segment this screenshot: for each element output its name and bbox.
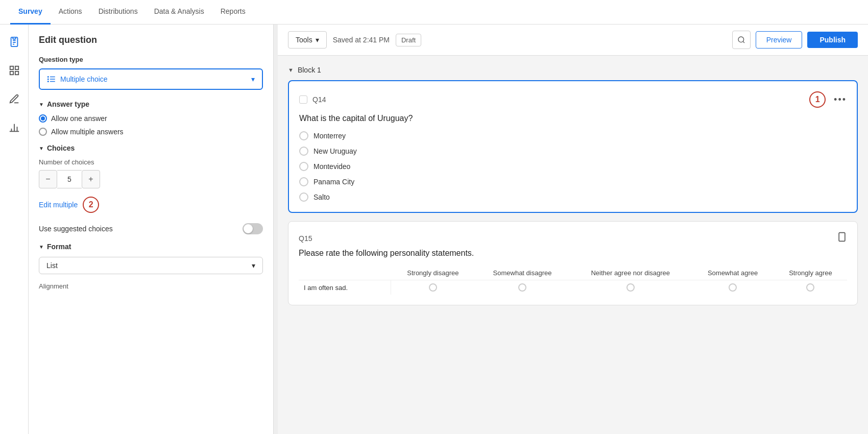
- matrix-cell[interactable]: [391, 280, 475, 295]
- suggested-choices-row: Use suggested choices: [39, 223, 263, 234]
- choice-label: Monterrey: [314, 132, 346, 140]
- format-header[interactable]: ▼ Format: [39, 243, 263, 251]
- tools-chevron: ▾: [316, 36, 319, 44]
- edit-panel-title: Edit question: [39, 35, 263, 45]
- edit-multiple-link[interactable]: Edit multiple: [39, 201, 78, 209]
- decrement-button[interactable]: −: [39, 170, 57, 188]
- sidebar-chart-icon[interactable]: [5, 118, 23, 137]
- svg-rect-4: [10, 66, 13, 69]
- block-collapse-arrow[interactable]: ▼: [288, 67, 294, 73]
- choices-header[interactable]: ▼ Choices: [39, 144, 263, 152]
- matrix-radio[interactable]: [518, 283, 526, 292]
- matrix-radio[interactable]: [626, 283, 635, 292]
- choice-radio[interactable]: [299, 177, 308, 186]
- answer-type-header[interactable]: ▼ Answer type: [39, 100, 263, 108]
- matrix-header-4: Strongly agree: [774, 266, 847, 280]
- matrix-radio[interactable]: [806, 283, 814, 292]
- answer-type-label: Answer type: [47, 100, 89, 108]
- matrix-cell[interactable]: [774, 280, 847, 295]
- choice-item: Salto: [299, 192, 847, 202]
- matrix-row-label: I am often sad.: [299, 280, 391, 295]
- choice-label: Panama City: [314, 178, 354, 186]
- suggested-choices-label: Use suggested choices: [39, 225, 113, 233]
- tools-label: Tools: [296, 36, 312, 44]
- publish-button[interactable]: Publish: [807, 32, 858, 48]
- choice-radio[interactable]: [299, 192, 308, 202]
- matrix-cell[interactable]: [475, 280, 570, 295]
- choice-radio[interactable]: [299, 131, 308, 140]
- matrix-radio[interactable]: [729, 283, 737, 292]
- question-type-label: Question type: [39, 56, 263, 63]
- mobile-icon: [837, 232, 847, 245]
- sidebar-layout-icon[interactable]: [5, 61, 23, 80]
- toolbar-right: Preview Publish: [732, 31, 858, 49]
- radio-multiple-answers-label: Allow multiple answers: [51, 128, 124, 136]
- nav-distributions[interactable]: Distributions: [90, 0, 146, 25]
- svg-rect-20: [839, 233, 845, 242]
- answer-type-options: Allow one answer Allow multiple answers: [39, 114, 263, 136]
- content-area: Tools ▾ Saved at 2:41 PM Draft Preview P…: [278, 25, 868, 434]
- increment-button[interactable]: +: [82, 170, 100, 188]
- alignment-label: Alignment: [39, 282, 263, 290]
- svg-point-18: [738, 37, 744, 42]
- q15-text: Please rate the following personality st…: [299, 249, 847, 258]
- matrix-header-2: Neither agree nor disagree: [569, 266, 691, 280]
- sidebar-clipboard-icon[interactable]: [5, 33, 23, 51]
- matrix-row: I am often sad.: [299, 280, 847, 295]
- radio-one-answer[interactable]: Allow one answer: [39, 114, 263, 123]
- question-type-chevron: ▾: [251, 75, 255, 83]
- search-button[interactable]: [732, 31, 751, 49]
- svg-rect-5: [15, 66, 18, 69]
- radio-one-answer-label: Allow one answer: [51, 114, 107, 123]
- q15-header: Q15: [299, 232, 847, 245]
- radio-multiple-answers[interactable]: Allow multiple answers: [39, 128, 263, 136]
- list-icon: [47, 75, 56, 84]
- number-control: − 5 +: [39, 170, 263, 188]
- toolbar-left: Tools ▾ Saved at 2:41 PM Draft: [288, 31, 421, 49]
- matrix-table: Strongly disagree Somewhat disagree Neit…: [299, 266, 847, 295]
- choice-label: Montevideo: [314, 162, 350, 171]
- svg-rect-6: [10, 71, 13, 75]
- choices-arrow: ▼: [39, 146, 44, 151]
- nav-reports[interactable]: Reports: [212, 0, 254, 25]
- q14-more-button[interactable]: •••: [834, 94, 847, 105]
- icon-sidebar: [0, 25, 29, 434]
- choice-label: New Uruguay: [314, 147, 357, 155]
- choice-radio[interactable]: [299, 147, 308, 156]
- matrix-radio[interactable]: [429, 283, 437, 292]
- nav-data-analysis[interactable]: Data & Analysis: [146, 0, 212, 25]
- q14-choices: Monterrey New Uruguay Montevideo Panama …: [299, 131, 847, 202]
- radio-multiple-answers-input[interactable]: [39, 128, 47, 136]
- question-card-q15[interactable]: Q15 Please rate the following personalit…: [288, 221, 858, 305]
- q14-text: What is the capital of Uruguay?: [299, 114, 847, 123]
- format-arrow: ▼: [39, 244, 44, 250]
- main-layout: Edit question Question type Multiple cho…: [0, 25, 868, 434]
- format-value: List: [46, 261, 58, 270]
- nav-actions[interactable]: Actions: [51, 0, 90, 25]
- q14-header: Q14 1 •••: [299, 91, 847, 108]
- radio-one-answer-input[interactable]: [39, 114, 47, 123]
- question-card-q14[interactable]: Q14 1 ••• What is the capital of Uruguay…: [288, 80, 858, 213]
- nav-survey[interactable]: Survey: [10, 0, 51, 25]
- sidebar-design-icon[interactable]: [5, 90, 23, 108]
- matrix-header-0: Strongly disagree: [391, 266, 475, 280]
- tools-button[interactable]: Tools ▾: [288, 31, 327, 49]
- q14-id: Q14: [312, 95, 326, 104]
- q14-checkbox[interactable]: [299, 95, 307, 104]
- choice-item: New Uruguay: [299, 147, 847, 156]
- matrix-cell[interactable]: [691, 280, 774, 295]
- svg-point-17: [48, 81, 49, 82]
- answer-type-arrow: ▼: [39, 102, 44, 107]
- matrix-cell[interactable]: [569, 280, 691, 295]
- saved-text: Saved at 2:41 PM: [333, 36, 390, 44]
- panel-divider: [274, 25, 278, 434]
- svg-rect-0: [13, 37, 16, 39]
- choice-radio[interactable]: [299, 162, 308, 171]
- q15-id: Q15: [299, 234, 312, 243]
- format-select[interactable]: List ▾: [39, 257, 263, 274]
- question-type-select[interactable]: Multiple choice ▾: [39, 68, 263, 90]
- preview-button[interactable]: Preview: [756, 31, 803, 49]
- choice-item: Monterrey: [299, 131, 847, 140]
- question-type-value: Multiple choice: [60, 75, 108, 83]
- suggested-choices-toggle[interactable]: [243, 223, 263, 234]
